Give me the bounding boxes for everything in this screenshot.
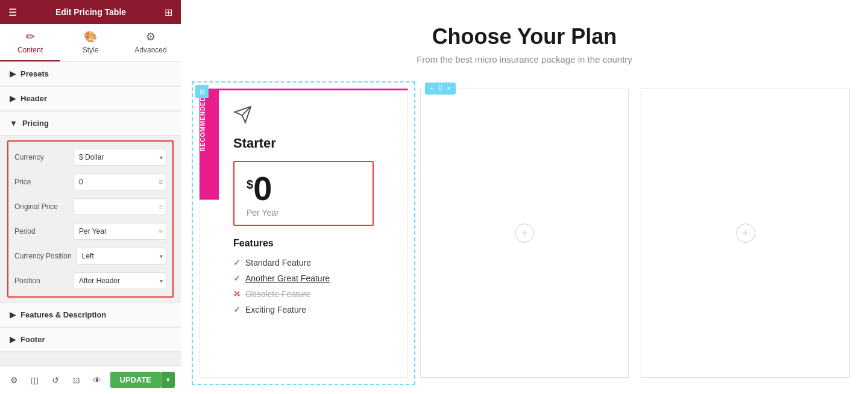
section-features: ▶ Features & Description xyxy=(0,303,181,328)
responsive-button[interactable]: ⊡ xyxy=(69,371,85,389)
section-header-header[interactable]: ▶ Header xyxy=(0,87,181,111)
original-price-input-wrapper: ≡ xyxy=(74,198,166,215)
currency-position-label: Currency Position xyxy=(14,252,72,260)
pricing-arrow-icon: ▼ xyxy=(10,119,17,128)
tab-style-label: Style xyxy=(83,46,99,54)
currency-symbol: $ xyxy=(247,178,253,192)
bottom-toolbar: ⚙ ◫ ↺ ⊡ 👁 UPDATE ▾ xyxy=(0,365,181,394)
recommended-badge: Recommended xyxy=(200,90,219,200)
price-input-wrapper: ≡ xyxy=(74,174,166,190)
move-handle-icon[interactable]: ⠿ xyxy=(438,84,443,93)
price-main: $ 0 xyxy=(247,172,360,205)
section-footer-header[interactable]: ▶ Footer xyxy=(0,328,181,352)
feature-text-3: Obsolete Feature xyxy=(245,289,310,299)
plan-icon xyxy=(233,105,395,128)
pricing-col-empty-2: + xyxy=(641,89,850,378)
currency-input-wrapper: $ Dollar € Euro £ Pound ▾ xyxy=(74,149,166,166)
period-input-icon: ≡ xyxy=(159,227,163,236)
price-box: $ 0 Per Year xyxy=(233,161,374,226)
update-arrow-button[interactable]: ▾ xyxy=(161,372,175,388)
currency-position-select[interactable]: Left Right xyxy=(77,248,166,264)
eye-button[interactable]: 👁 xyxy=(89,371,105,389)
currency-select[interactable]: $ Dollar € Euro £ Pound xyxy=(74,149,166,166)
add-card-1-button[interactable]: + xyxy=(515,224,534,243)
feature-text-2[interactable]: Another Great Feature xyxy=(245,274,330,283)
add-icon[interactable]: + xyxy=(430,84,434,93)
original-price-input[interactable] xyxy=(74,198,166,215)
plan-name: Starter xyxy=(233,136,395,151)
features-arrow-icon: ▶ xyxy=(10,310,16,319)
pricing-card-starter: Recommended Starter xyxy=(199,89,408,378)
original-price-label: Original Price xyxy=(14,202,69,211)
grid-icon[interactable]: ⊞ xyxy=(165,7,172,18)
header-arrow-icon: ▶ xyxy=(10,94,16,103)
section-presets-header[interactable]: ▶ Presets xyxy=(0,62,181,86)
currency-row: Currency $ Dollar € Euro £ Pound ▾ xyxy=(8,145,172,170)
feature-item-1: ✓ Standard Feature xyxy=(233,255,395,270)
tab-advanced[interactable]: ⚙ Advanced xyxy=(121,24,181,61)
section-pricing: ▼ Pricing Currency $ Dollar € Euro xyxy=(0,111,181,303)
handle-bar[interactable]: + ⠿ × xyxy=(425,83,456,95)
original-price-input-icon: ≡ xyxy=(159,202,163,211)
section-footer: ▶ Footer xyxy=(0,328,181,352)
main-canvas: Choose Your Plan From the best micro ins… xyxy=(181,0,868,394)
update-button[interactable]: UPDATE xyxy=(110,372,161,388)
check-icon-1: ✓ xyxy=(233,258,241,267)
column-handle-bar[interactable]: + ⠿ × xyxy=(425,83,456,95)
price-input-icon: ≡ xyxy=(159,178,163,186)
pricing-row: + ⠿ × ⊞ Recommended xyxy=(193,83,856,384)
period-row: Period ≡ xyxy=(8,219,172,244)
section-pricing-header[interactable]: ▼ Pricing xyxy=(0,111,181,136)
add-card-2-button[interactable]: + xyxy=(736,224,755,243)
check-icon-2: ✓ xyxy=(233,274,241,283)
layers-button[interactable]: ◫ xyxy=(27,371,43,389)
tab-content[interactable]: ✏ Content xyxy=(0,24,60,61)
period-label: Period xyxy=(14,227,69,236)
feature-item-3: ✕ Obsolete Feature xyxy=(233,286,395,302)
empty-card-2: + xyxy=(641,89,850,378)
section-presets: ▶ Presets xyxy=(0,62,181,87)
history-button[interactable]: ↺ xyxy=(48,371,64,389)
pricing-col-empty-1: + xyxy=(420,89,629,378)
price-input[interactable] xyxy=(74,174,166,190)
original-price-row: Original Price ≡ xyxy=(8,195,172,219)
style-tab-icon: 🎨 xyxy=(84,30,97,43)
footer-label: Footer xyxy=(20,335,45,344)
sidebar-content: ▶ Presets ▶ Header ▼ Pricing xyxy=(0,62,181,365)
hamburger-icon[interactable]: ☰ xyxy=(8,7,17,18)
tab-content-label: Content xyxy=(17,46,43,54)
position-row: Position After Header Before Footer ▾ xyxy=(8,269,172,293)
features-label: Features xyxy=(233,238,395,249)
feature-text-4: Exciting Feature xyxy=(245,305,306,314)
check-icon-4: ✓ xyxy=(233,305,241,314)
tab-advanced-label: Advanced xyxy=(134,46,166,54)
tab-style[interactable]: 🎨 Style xyxy=(60,24,121,61)
presets-label: Presets xyxy=(20,69,49,78)
settings-button[interactable]: ⚙ xyxy=(6,371,22,389)
feature-text-1: Standard Feature xyxy=(245,258,311,267)
advanced-tab-icon: ⚙ xyxy=(146,30,156,43)
section-header: ▶ Header xyxy=(0,87,181,111)
col-indicator[interactable]: ⊞ xyxy=(195,85,209,98)
currency-position-row: Currency Position Left Right ▾ xyxy=(8,244,172,269)
currency-label: Currency xyxy=(14,153,69,161)
position-label: Position xyxy=(14,277,69,285)
position-input-wrapper: After Header Before Footer ▾ xyxy=(74,272,166,289)
pricing-col-starter[interactable]: ⊞ Recommended Starter xyxy=(193,83,414,384)
footer-arrow-icon: ▶ xyxy=(10,335,16,344)
currency-position-input-wrapper: Left Right ▾ xyxy=(77,248,166,264)
close-icon[interactable]: × xyxy=(447,84,451,93)
pricing-form: Currency $ Dollar € Euro £ Pound ▾ xyxy=(7,140,174,298)
feature-list: ✓ Standard Feature ✓ Another Great Featu… xyxy=(233,255,395,317)
canvas-area: Choose Your Plan From the best micro ins… xyxy=(181,0,868,394)
position-select[interactable]: After Header Before Footer xyxy=(74,272,166,289)
x-icon-3: ✕ xyxy=(233,289,241,299)
page-heading: Choose Your Plan From the best micro ins… xyxy=(193,24,856,64)
content-tab-icon: ✏ xyxy=(26,30,35,43)
top-bar-title: Edit Pricing Table xyxy=(55,7,126,17)
price-label: Price xyxy=(14,178,69,186)
period-input[interactable] xyxy=(74,223,166,240)
price-number: 0 xyxy=(253,172,272,205)
section-features-header[interactable]: ▶ Features & Description xyxy=(0,303,181,327)
price-period: Per Year xyxy=(247,208,360,217)
